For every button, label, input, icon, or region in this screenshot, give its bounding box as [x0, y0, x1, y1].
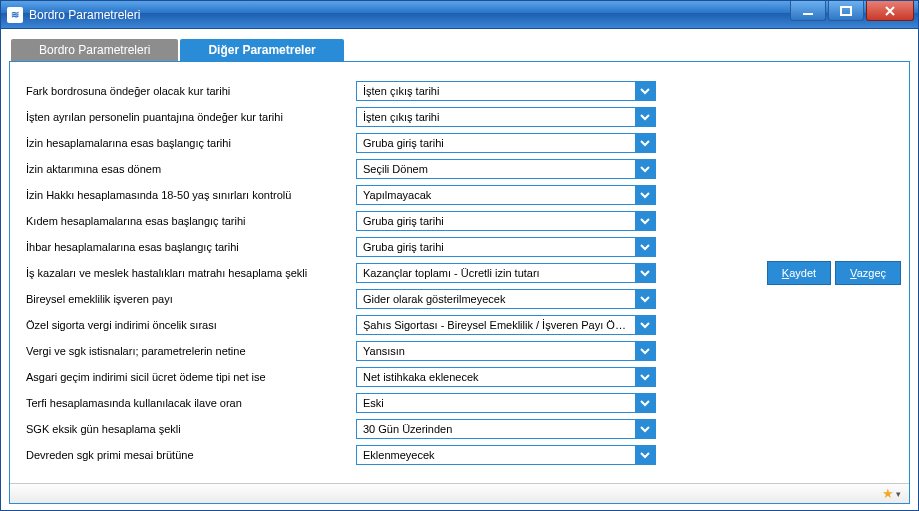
select-field[interactable]: Eklenmeyecek: [356, 445, 656, 465]
close-button[interactable]: [866, 1, 914, 21]
form-label: İzin Hakkı hesaplamasında 18-50 yaş sını…: [26, 189, 356, 201]
chevron-down-icon[interactable]: [635, 82, 655, 100]
select-field[interactable]: İşten çıkış tarihi: [356, 107, 656, 127]
form-area: Fark bordrosuna öndeğer olacak kur tarih…: [10, 62, 759, 483]
tab-bordro-parametreleri[interactable]: Bordro Parametreleri: [11, 39, 178, 61]
select-field[interactable]: Yansısın: [356, 341, 656, 361]
form-row: Bireysel emeklilik işveren payıGider ola…: [26, 286, 743, 312]
form-label: Bireysel emeklilik işveren payı: [26, 293, 356, 305]
select-value: Gider olarak gösterilmeyecek: [357, 293, 635, 305]
form-row: Terfi hesaplamasında kullanılacak ilave …: [26, 390, 743, 416]
form-row: İş kazaları ve meslek hastalıkları matra…: [26, 260, 743, 286]
chevron-down-icon[interactable]: [635, 290, 655, 308]
chevron-down-icon[interactable]: [635, 160, 655, 178]
titlebar: ≋ Bordro Parametreleri: [1, 1, 918, 29]
select-field[interactable]: Gruba giriş tarihi: [356, 211, 656, 231]
select-field[interactable]: Eski: [356, 393, 656, 413]
select-value: Gruba giriş tarihi: [357, 137, 635, 149]
select-value: Seçili Dönem: [357, 163, 635, 175]
select-value: Kazançlar toplamı - Ücretli izin tutarı: [357, 267, 635, 279]
select-field[interactable]: Gruba giriş tarihi: [356, 237, 656, 257]
form-label: Asgari geçim indirimi sicil ücret ödeme …: [26, 371, 356, 383]
chevron-down-icon[interactable]: [635, 342, 655, 360]
form-row: İhbar hesaplamalarına esas başlangıç tar…: [26, 234, 743, 260]
select-field[interactable]: Gruba giriş tarihi: [356, 133, 656, 153]
select-value: 30 Gün Üzerinden: [357, 423, 635, 435]
select-field[interactable]: Kazançlar toplamı - Ücretli izin tutarı: [356, 263, 656, 283]
cancel-button[interactable]: Vazgeç: [835, 261, 901, 285]
maximize-button[interactable]: [828, 1, 864, 21]
form-label: SGK eksik gün hesaplama şekli: [26, 423, 356, 435]
chevron-down-icon[interactable]: [635, 186, 655, 204]
form-label: Terfi hesaplamasında kullanılacak ilave …: [26, 397, 356, 409]
form-row: İzin Hakkı hesaplamasında 18-50 yaş sını…: [26, 182, 743, 208]
form-label: İzin aktarımına esas dönem: [26, 163, 356, 175]
select-field[interactable]: 30 Gün Üzerinden: [356, 419, 656, 439]
select-value: Eklenmeyecek: [357, 449, 635, 461]
form-label: Devreden sgk primi mesai brütüne: [26, 449, 356, 461]
form-label: Fark bordrosuna öndeğer olacak kur tarih…: [26, 85, 356, 97]
form-row: Kıdem hesaplamalarına esas başlangıç tar…: [26, 208, 743, 234]
form-label: İşten ayrılan personelin puantajına önde…: [26, 111, 356, 123]
select-field[interactable]: Yapılmayacak: [356, 185, 656, 205]
form-row: İşten ayrılan personelin puantajına önde…: [26, 104, 743, 130]
panel: Fark bordrosuna öndeğer olacak kur tarih…: [9, 61, 910, 504]
select-field[interactable]: Şahıs Sigortası - Bireysel Emeklilik / İ…: [356, 315, 656, 335]
select-field[interactable]: Gider olarak gösterilmeyecek: [356, 289, 656, 309]
svg-rect-0: [803, 13, 813, 15]
form-label: Özel sigorta vergi indirimi öncelik sıra…: [26, 319, 356, 331]
form-row: İzin hesaplamalarına esas başlangıç tari…: [26, 130, 743, 156]
action-bar: Kaydet Vazgeç: [759, 62, 909, 483]
chevron-down-icon[interactable]: [635, 134, 655, 152]
select-value: İşten çıkış tarihi: [357, 111, 635, 123]
tab-strip: Bordro Parametreleri Diğer Parametreler: [1, 29, 918, 61]
chevron-down-icon[interactable]: [635, 238, 655, 256]
status-bar: ★ ▾: [10, 483, 909, 503]
select-value: İşten çıkış tarihi: [357, 85, 635, 97]
select-value: Yapılmayacak: [357, 189, 635, 201]
chevron-down-icon[interactable]: [635, 212, 655, 230]
status-dropdown-icon[interactable]: ▾: [896, 489, 901, 499]
tab-diger-parametreler[interactable]: Diğer Parametreler: [180, 39, 343, 61]
select-field[interactable]: Net istihkaka eklenecek: [356, 367, 656, 387]
form-row: Asgari geçim indirimi sicil ücret ödeme …: [26, 364, 743, 390]
svg-rect-1: [841, 7, 851, 15]
save-button[interactable]: Kaydet: [767, 261, 831, 285]
chevron-down-icon[interactable]: [635, 420, 655, 438]
window-controls: [790, 1, 918, 28]
form-label: İş kazaları ve meslek hastalıkları matra…: [26, 267, 356, 279]
chevron-down-icon[interactable]: [635, 394, 655, 412]
app-window: ≋ Bordro Parametreleri Bordro Parametrel…: [0, 0, 919, 511]
select-value: Yansısın: [357, 345, 635, 357]
form-label: İzin hesaplamalarına esas başlangıç tari…: [26, 137, 356, 149]
form-row: Özel sigorta vergi indirimi öncelik sıra…: [26, 312, 743, 338]
select-value: Gruba giriş tarihi: [357, 215, 635, 227]
chevron-down-icon[interactable]: [635, 316, 655, 334]
form-row: Devreden sgk primi mesai brütüneEklenmey…: [26, 442, 743, 468]
chevron-down-icon[interactable]: [635, 368, 655, 386]
form-label: İhbar hesaplamalarına esas başlangıç tar…: [26, 241, 356, 253]
form-row: SGK eksik gün hesaplama şekli30 Gün Üzer…: [26, 416, 743, 442]
select-value: Net istihkaka eklenecek: [357, 371, 635, 383]
form-label: Kıdem hesaplamalarına esas başlangıç tar…: [26, 215, 356, 227]
select-value: Eski: [357, 397, 635, 409]
select-value: Şahıs Sigortası - Bireysel Emeklilik / İ…: [357, 319, 635, 331]
form-row: İzin aktarımına esas dönemSeçili Dönem: [26, 156, 743, 182]
select-value: Gruba giriş tarihi: [357, 241, 635, 253]
chevron-down-icon[interactable]: [635, 264, 655, 282]
chevron-down-icon[interactable]: [635, 108, 655, 126]
window-title: Bordro Parametreleri: [29, 8, 140, 22]
favorite-icon[interactable]: ★: [882, 486, 894, 501]
select-field[interactable]: Seçili Dönem: [356, 159, 656, 179]
client-area: Bordro Parametreleri Diğer Parametreler …: [1, 29, 918, 510]
form-label: Vergi ve sgk istisnaları; parametrelerin…: [26, 345, 356, 357]
app-icon: ≋: [7, 7, 23, 23]
minimize-button[interactable]: [790, 1, 826, 21]
form-row: Vergi ve sgk istisnaları; parametrelerin…: [26, 338, 743, 364]
chevron-down-icon[interactable]: [635, 446, 655, 464]
select-field[interactable]: İşten çıkış tarihi: [356, 81, 656, 101]
form-row: Fark bordrosuna öndeğer olacak kur tarih…: [26, 78, 743, 104]
